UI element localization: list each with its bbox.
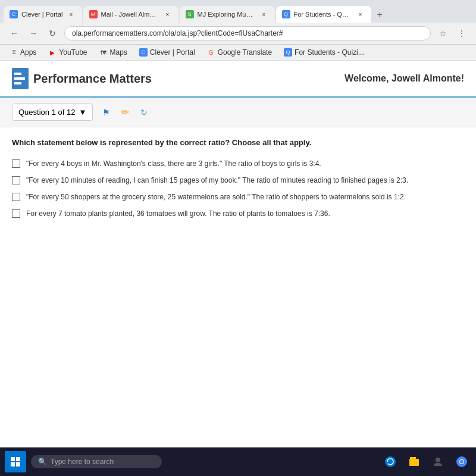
answer-text-2: "For every 10 minutes of reading, I can …	[26, 175, 408, 186]
question-nav: Question 1 of 12 ▼ ⚑ ✏ ↻	[0, 98, 476, 127]
tab-favicon-quizizz: Q	[282, 10, 290, 18]
tab-music[interactable]: S MJ Exploring Music 1: S ×	[180, 6, 275, 23]
maps-icon: 🗺	[99, 48, 108, 57]
svg-rect-6	[11, 462, 15, 466]
taskbar: 🔍 Type here to search	[0, 447, 476, 476]
bookmark-maps[interactable]: 🗺 Maps	[97, 47, 130, 58]
page-content: Performance Matters Welcome, Jowell Almo…	[0, 61, 476, 447]
svg-point-8	[385, 456, 396, 467]
pencil-icon[interactable]: ✏	[119, 107, 131, 118]
tab-bar: C Clever | Portal × M Mail - Jowell Almo…	[0, 0, 476, 23]
tab-favicon-mail: M	[89, 10, 98, 18]
taskbar-chrome-icon[interactable]	[452, 452, 471, 471]
bookmark-translate[interactable]: G Google Translate	[205, 47, 274, 58]
back-button[interactable]: ←	[7, 26, 21, 40]
tab-title-mail: Mail - Jowell Almonte -	[101, 11, 159, 18]
svg-rect-1	[14, 73, 21, 75]
pm-logo: Performance Matters	[12, 68, 152, 89]
tab-close-music[interactable]: ×	[259, 10, 269, 19]
pm-header: Performance Matters Welcome, Jowell Almo…	[0, 61, 476, 98]
taskbar-icons	[381, 452, 471, 471]
svg-point-14	[460, 460, 464, 464]
taskbar-file-icon[interactable]	[405, 452, 424, 471]
flag-icon[interactable]: ⚑	[100, 107, 112, 118]
pm-logo-text: Performance Matters	[33, 72, 152, 86]
question-area: Which statement below is represented by …	[0, 127, 476, 234]
tab-title-quizizz: For Students - Quizizz	[294, 11, 352, 18]
browser-window: C Clever | Portal × M Mail - Jowell Almo…	[0, 0, 476, 447]
svg-rect-3	[14, 82, 21, 84]
svg-rect-9	[410, 457, 416, 459]
start-button[interactable]	[5, 451, 26, 472]
tab-clever[interactable]: C Clever | Portal ×	[4, 6, 82, 23]
answer-text-3: "For every 50 shoppers at the grocery st…	[26, 192, 406, 202]
bookmark-clever[interactable]: C Clever | Portal	[137, 47, 198, 58]
checkbox-1[interactable]	[12, 159, 20, 168]
taskbar-search-area[interactable]: 🔍 Type here to search	[31, 455, 162, 468]
bookmark-youtube[interactable]: ▶ YouTube	[46, 47, 89, 58]
taskbar-people-icon[interactable]	[428, 452, 447, 471]
svg-rect-4	[11, 457, 15, 461]
address-bar: ← → ↻ ☆ ⋮	[0, 23, 476, 45]
address-input[interactable]	[64, 26, 431, 40]
answer-text-1: "For every 4 boys in Mr. Washington's cl…	[26, 158, 321, 169]
pm-welcome-text: Welcome, Jowell Almonte!	[345, 73, 464, 84]
answer-option-1: "For every 4 boys in Mr. Washington's cl…	[12, 158, 464, 169]
bookmarks-bar: ⠿ Apps ▶ YouTube 🗺 Maps C Clever | Porta…	[0, 45, 476, 61]
svg-point-11	[436, 458, 440, 462]
tab-close-quizizz[interactable]: ×	[356, 10, 365, 19]
refresh-icon[interactable]: ↻	[138, 107, 150, 118]
bookmark-quizizz[interactable]: Q For Students - Quizi...	[281, 47, 367, 58]
tab-title-clever: Clever | Portal	[21, 11, 63, 18]
question-label: Question 1 of 12	[18, 108, 75, 117]
question-text: Which statement below is represented by …	[12, 137, 464, 149]
bookmark-maps-label: Maps	[110, 48, 127, 57]
svg-rect-10	[409, 459, 419, 466]
answer-option-4: For every 7 tomato plants planted, 36 to…	[12, 208, 464, 219]
apps-icon: ⠿	[10, 48, 18, 57]
pm-logo-icon	[12, 68, 29, 89]
menu-button[interactable]: ⋮	[455, 26, 469, 40]
answer-text-4: For every 7 tomato plants planted, 36 to…	[26, 208, 330, 219]
taskbar-search-placeholder: Type here to search	[51, 458, 114, 466]
tab-title-music: MJ Exploring Music 1: S	[198, 11, 256, 18]
tab-favicon-music: S	[186, 10, 194, 18]
svg-rect-7	[16, 462, 20, 466]
tab-mail[interactable]: M Mail - Jowell Almonte - ×	[83, 6, 178, 23]
bookmark-quizizz-label: For Students - Quizi...	[295, 48, 364, 57]
tab-close-mail[interactable]: ×	[163, 10, 173, 19]
search-icon: 🔍	[38, 458, 47, 466]
tab-quizizz[interactable]: Q For Students - Quizizz ×	[276, 6, 371, 23]
translate-icon: G	[207, 48, 215, 57]
bookmark-youtube-label: YouTube	[59, 48, 87, 57]
forward-button[interactable]: →	[26, 26, 40, 40]
taskbar-edge-icon[interactable]	[381, 452, 400, 471]
answer-option-3: "For every 50 shoppers at the grocery st…	[12, 192, 464, 202]
svg-rect-5	[16, 457, 20, 461]
tab-favicon-clever: C	[10, 10, 18, 18]
checkbox-4[interactable]	[12, 209, 20, 218]
youtube-icon: ▶	[48, 48, 57, 57]
clever-favicon: C	[139, 48, 148, 57]
answer-option-2: "For every 10 minutes of reading, I can …	[12, 175, 464, 186]
bookmark-button[interactable]: ☆	[436, 26, 450, 40]
tab-close-clever[interactable]: ×	[67, 10, 76, 19]
bookmark-translate-label: Google Translate	[218, 48, 272, 57]
question-dropdown[interactable]: Question 1 of 12 ▼	[12, 104, 93, 121]
reload-button[interactable]: ↻	[45, 26, 60, 40]
svg-rect-2	[14, 77, 25, 80]
quizizz-favicon: Q	[284, 48, 292, 57]
checkbox-3[interactable]	[12, 193, 20, 201]
bookmark-apps-label: Apps	[20, 48, 36, 57]
new-tab-button[interactable]: +	[372, 7, 387, 23]
bookmark-apps[interactable]: ⠿ Apps	[7, 47, 39, 58]
bookmark-clever-label: Clever | Portal	[150, 48, 195, 57]
dropdown-arrow-icon: ▼	[79, 108, 86, 117]
checkbox-2[interactable]	[12, 176, 20, 184]
